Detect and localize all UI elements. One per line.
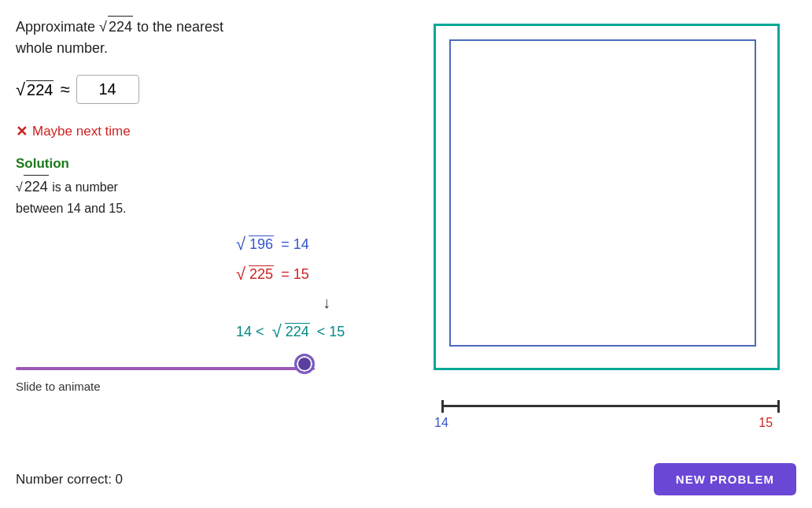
step2-radical: √ [236,264,245,284]
tick-right [777,400,780,413]
right-panel: 14 15 [425,16,796,492]
square-visualization [434,24,788,386]
math-steps: √ 196 = 14 √ 225 = 15 ↓ 14 < √ 224 < 15 [236,234,409,342]
slider-section: Slide to animate [16,365,409,393]
problem-statement: Approximate √224 to the nearest whole nu… [16,16,409,59]
solution-text: √224 is a number between 14 and 15. [16,175,409,218]
step2: √ 225 = 15 [236,264,409,284]
feedback-label: Maybe next time [32,124,131,139]
x-icon: ✕ [16,123,28,140]
step3-left: 14 < [236,324,264,340]
new-problem-button[interactable]: NEW PROBLEM [654,463,796,495]
problem-radical-number: 224 [108,16,133,38]
step3-right: < 15 [313,324,345,340]
step-arrow: ↓ [244,294,409,312]
step1: √ 196 = 14 [236,234,409,254]
problem-text-part3: whole number. [16,40,108,56]
step3-num: 224 [285,323,310,340]
animate-slider[interactable] [16,362,315,365]
sol-text-2: between 14 and 15. [16,202,127,215]
slider-track [16,365,315,372]
step3-radical: √ [268,321,282,342]
bottom-bar: Number correct: 0 NEW PROBLEM [16,463,796,495]
number-line-container: 14 15 [434,397,788,421]
score-display: Number correct: 0 [16,472,123,488]
step1-eq: = 14 [277,236,309,253]
inner-square [449,39,756,347]
step1-radical: √ [236,234,245,254]
feedback-message: ✕ Maybe next time [16,123,409,140]
answer-input[interactable] [76,75,139,104]
problem-text-part2: to the nearest [137,19,223,35]
number-line: 14 15 [434,397,788,421]
problem-radical: √224 [99,19,137,35]
problem-text-part1: Approximate [16,19,95,35]
slider-background [16,367,315,370]
input-label-radical: √224 [16,80,54,100]
step2-num: 225 [249,265,274,283]
step2-eq: = 15 [277,266,309,283]
slider-label: Slide to animate [16,380,409,393]
solution-title: Solution [16,156,409,172]
approx-symbol: ≈ [60,80,69,100]
sol-radical: √224 [16,180,49,194]
solution-section: Solution √224 is a number between 14 and… [16,156,409,218]
number-line-label-right: 15 [758,416,773,430]
tick-left [441,400,444,413]
number-line-label-left: 14 [434,416,448,430]
step3: 14 < √ 224 < 15 [236,321,409,342]
number-line-track [441,405,780,407]
input-row: √224 ≈ [16,75,409,104]
sol-text-1: is a number [52,180,118,194]
step1-num: 196 [249,235,274,253]
